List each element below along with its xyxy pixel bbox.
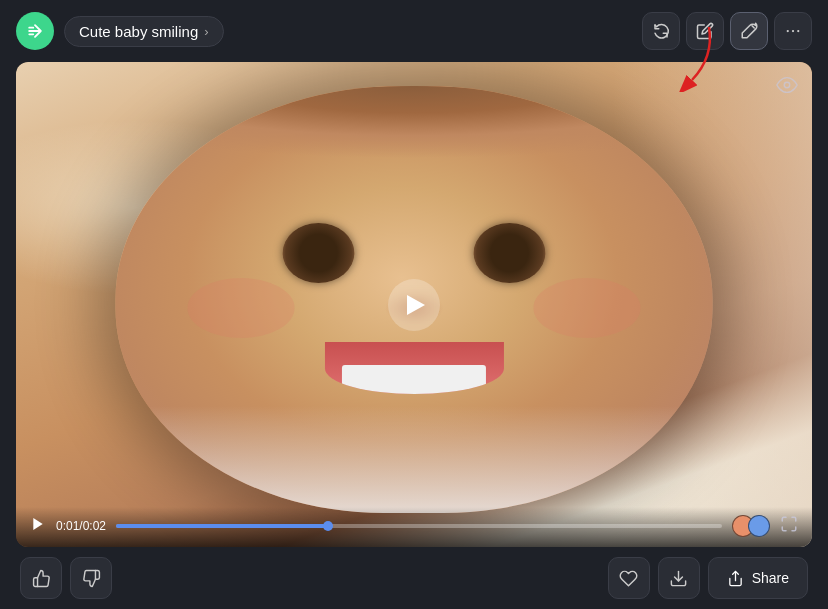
progress-fill [116,524,328,528]
baby-hair [116,86,713,235]
bottombar: Share [0,547,828,609]
svg-point-2 [787,30,789,32]
refresh-button[interactable] [642,12,680,50]
topbar: Cute baby smiling › [0,0,828,62]
topbar-left: Cute baby smiling › [16,12,224,50]
share-label: Share [752,570,789,586]
heart-button[interactable] [608,557,650,599]
video-player[interactable]: 0:01/0:02 [16,62,812,547]
baby-shirt [116,406,713,513]
play-small-button[interactable] [30,516,46,536]
svg-point-4 [797,30,799,32]
baby-mouth [324,342,503,393]
app-logo [16,12,54,50]
baby-cheek-left [187,278,294,338]
progress-dot [323,521,333,531]
video-controls: 0:01/0:02 [16,507,812,547]
baby-eye-right [474,223,546,283]
more-button[interactable] [774,12,812,50]
progress-bar[interactable] [116,524,722,528]
thumbup-button[interactable] [20,557,62,599]
bottom-right: Share [608,557,808,599]
download-button[interactable] [658,557,700,599]
baby-eye-left [283,223,355,283]
topbar-right [642,12,812,50]
play-triangle-icon [407,295,425,315]
avatar-stack [732,515,770,537]
brush-button[interactable] [730,12,768,50]
time-label: 0:01/0:02 [56,519,106,533]
edit-button[interactable] [686,12,724,50]
play-button[interactable] [388,279,440,331]
svg-point-3 [792,30,794,32]
svg-marker-6 [33,518,42,530]
baby-cheek-right [533,278,640,338]
baby-teeth [342,365,485,393]
bottom-left [20,557,112,599]
share-button[interactable]: Share [708,557,808,599]
fullscreen-button[interactable] [780,515,798,537]
chevron-right-icon: › [204,24,208,39]
title-pill[interactable]: Cute baby smiling › [64,16,224,47]
video-title: Cute baby smiling [79,23,198,40]
avatar-2 [748,515,770,537]
thumbdown-button[interactable] [70,557,112,599]
